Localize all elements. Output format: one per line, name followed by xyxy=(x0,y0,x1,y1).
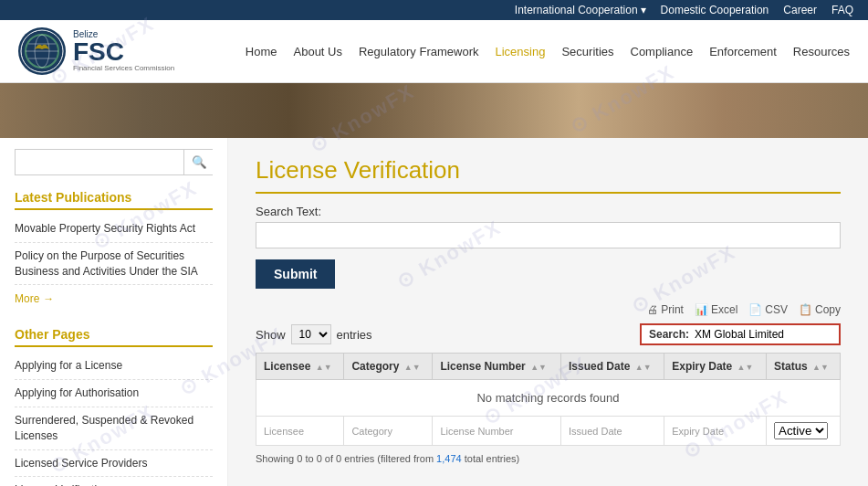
nav-securities[interactable]: Securities xyxy=(561,45,613,58)
intl-coop-anchor[interactable]: International Cooperation xyxy=(515,4,638,16)
col-licensee[interactable]: Licensee ▲▼ xyxy=(256,354,344,380)
csv-icon: 📄 xyxy=(748,303,762,316)
search-text-input[interactable] xyxy=(256,222,841,248)
entries-select[interactable]: 10 xyxy=(291,324,331,344)
entries-label: entries xyxy=(337,328,372,342)
csv-button[interactable]: 📄 CSV xyxy=(748,303,788,316)
sidebar-licensed-providers[interactable]: Licensed Service Providers xyxy=(15,450,213,478)
print-button[interactable]: 🖨 Print xyxy=(647,303,684,316)
license-table: Licensee ▲▼ Category ▲▼ License Number ▲… xyxy=(256,353,841,446)
copy-button[interactable]: 📋 Copy xyxy=(799,303,841,316)
show-label: Show xyxy=(256,328,286,342)
col-license-number-label: License Number xyxy=(440,360,525,373)
publication-1[interactable]: Movable Property Security Rights Act xyxy=(15,216,213,243)
table-body: No matching records found Licensee Categ… xyxy=(256,380,841,446)
logo-text: Belize FSC Financial Services Commission xyxy=(73,30,174,72)
status-select[interactable]: Active xyxy=(774,422,828,439)
sidebar-applying-auth[interactable]: Applying for Authorisation xyxy=(15,380,213,407)
table-controls-top: 🖨 Print 📊 Excel 📄 CSV 📋 Copy xyxy=(256,303,841,316)
col-expiry-date[interactable]: Expiry Date ▲▼ xyxy=(664,354,767,380)
sidebar-surrendered[interactable]: Surrendered, Suspended & Revoked License… xyxy=(15,407,213,450)
page-title: License Verification xyxy=(256,156,841,194)
col-licensee-label: Licensee xyxy=(264,360,310,373)
col-expiry-date-label: Expiry Date xyxy=(672,360,732,373)
sidebar-license-verification[interactable]: License Verification xyxy=(15,477,213,486)
table-search-box: Search: xyxy=(640,323,841,345)
sort-arrows-licensee: ▲▼ xyxy=(316,363,332,372)
excel-icon: 📊 xyxy=(695,303,708,316)
placeholder-expiry-date: Expiry Date xyxy=(664,417,767,446)
nav-resources[interactable]: Resources xyxy=(793,45,850,58)
sidebar: 🔍 Latest Publications Movable Property S… xyxy=(0,138,228,486)
sort-arrows-category: ▲▼ xyxy=(404,363,421,372)
faq-link[interactable]: FAQ xyxy=(831,4,853,16)
nav-about[interactable]: About Us xyxy=(294,45,342,58)
showing-label: Showing 0 to 0 of 0 entries (filtered fr… xyxy=(256,453,434,464)
col-category-label: Category xyxy=(351,360,399,373)
logo-full-name: Financial Services Commission xyxy=(73,65,174,72)
placeholder-issued-date: Issued Date xyxy=(561,417,664,446)
col-status-label: Status xyxy=(774,360,808,373)
nav-regulatory[interactable]: Regulatory Framework xyxy=(359,45,479,58)
total-entries-link[interactable]: 1,474 xyxy=(436,453,462,464)
submit-button[interactable]: Submit xyxy=(256,259,335,289)
main-nav: Home About Us Regulatory Framework Licen… xyxy=(246,45,850,58)
latest-publications-title: Latest Publications xyxy=(15,190,213,210)
no-records-row: No matching records found xyxy=(256,380,841,417)
col-status[interactable]: Status ▲▼ xyxy=(767,354,841,380)
showing-label2: total entries) xyxy=(465,453,520,464)
table-search-label: Search: xyxy=(649,328,689,341)
placeholder-category: Category xyxy=(344,417,433,446)
print-label: Print xyxy=(661,303,684,316)
nav-compliance[interactable]: Compliance xyxy=(631,45,694,58)
sidebar-search-button[interactable]: 🔍 xyxy=(183,150,214,174)
dropdown-arrow-icon: ▾ xyxy=(641,4,646,16)
placeholder-status: Active xyxy=(767,417,841,446)
table-search-input[interactable] xyxy=(695,328,831,341)
sidebar-search[interactable]: 🔍 xyxy=(15,149,213,175)
placeholder-license-number: License Number xyxy=(433,417,561,446)
publication-2[interactable]: Policy on the Purpose of Securities Busi… xyxy=(15,243,213,286)
main-layout: 🔍 Latest Publications Movable Property S… xyxy=(0,138,868,486)
arrow-right-icon: → xyxy=(43,292,54,305)
more-link[interactable]: More → xyxy=(15,292,54,305)
sidebar-applying-license[interactable]: Applying for a License xyxy=(15,353,213,380)
logo-fsc: FSC xyxy=(73,39,174,65)
domestic-coop-link[interactable]: Domestic Cooperation xyxy=(661,4,769,16)
intl-coop-link[interactable]: International Cooperation ▾ xyxy=(515,4,646,16)
sidebar-search-input[interactable] xyxy=(16,150,183,174)
csv-label: CSV xyxy=(765,303,788,316)
table-scroll-container: Licensee ▲▼ Category ▲▼ License Number ▲… xyxy=(256,353,841,446)
sort-arrows-expiry-date: ▲▼ xyxy=(737,363,754,372)
col-category[interactable]: Category ▲▼ xyxy=(344,354,433,380)
placeholder-licensee: Licensee xyxy=(256,417,344,446)
nav-enforcement[interactable]: Enforcement xyxy=(709,45,777,58)
other-pages-title: Other Pages xyxy=(15,327,213,347)
nav-licensing[interactable]: Licensing xyxy=(495,45,545,58)
table-row: Licensee Category License Number Issued … xyxy=(256,417,841,446)
top-bar: International Cooperation ▾ Domestic Coo… xyxy=(0,0,868,20)
logo-area: Belize FSC Financial Services Commission xyxy=(18,27,246,75)
nav-home[interactable]: Home xyxy=(246,45,277,58)
sort-arrows-status: ▲▼ xyxy=(812,363,829,372)
print-icon: 🖨 xyxy=(647,303,658,316)
search-icon: 🔍 xyxy=(192,155,207,169)
excel-label: Excel xyxy=(711,303,737,316)
copy-label: Copy xyxy=(815,303,841,316)
career-link[interactable]: Career xyxy=(783,4,817,16)
copy-icon: 📋 xyxy=(799,303,812,316)
header: Belize FSC Financial Services Commission… xyxy=(0,20,868,83)
excel-button[interactable]: 📊 Excel xyxy=(695,303,737,316)
table-header: Licensee ▲▼ Category ▲▼ License Number ▲… xyxy=(256,354,841,380)
sort-arrows-issued-date: ▲▼ xyxy=(635,363,652,372)
col-issued-date-label: Issued Date xyxy=(569,360,630,373)
col-license-number[interactable]: License Number ▲▼ xyxy=(433,354,561,380)
sort-arrows-license-number: ▲▼ xyxy=(530,363,547,372)
hero-image xyxy=(0,83,868,138)
search-text-label: Search Text: xyxy=(256,205,841,218)
table-bottom-controls: Show 10 entries Search: xyxy=(256,323,841,345)
col-issued-date[interactable]: Issued Date ▲▼ xyxy=(561,354,664,380)
content-area: License Verification Search Text: Submit… xyxy=(228,138,868,486)
logo-icon xyxy=(18,27,66,75)
show-entries: Show 10 entries xyxy=(256,324,372,344)
